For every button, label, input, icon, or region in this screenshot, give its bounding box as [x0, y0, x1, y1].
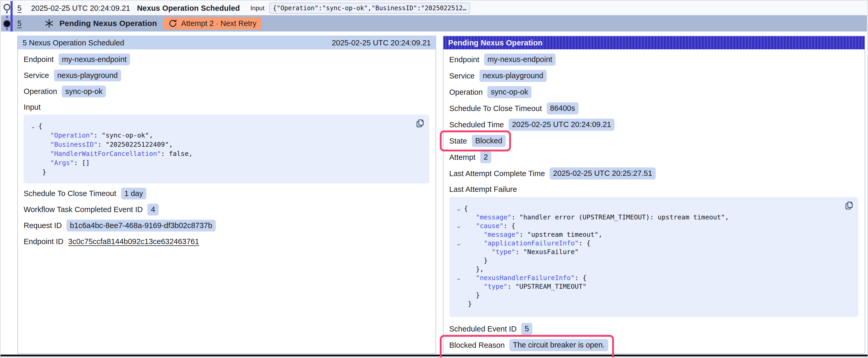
field-label: Endpoint ID	[24, 237, 64, 246]
code-line: ⌄ "cause": {	[454, 222, 851, 230]
history-row-nexus-operation-scheduled[interactable]: 5 2025-02-25 UTC 20:24:09.21 Nexus Opera…	[1, 1, 867, 15]
attempt-retry-badge: Attempt 2 · Next Retry	[164, 17, 261, 29]
timeline-accent-bar	[10, 1, 12, 32]
panel-timestamp: 2025-02-25 UTC 20:24:09.21	[332, 39, 431, 47]
field-blocked-reason-highlighted: Blocked Reason The circuit breaker is op…	[449, 337, 608, 353]
field-state-highlighted: State Blocked	[449, 133, 506, 149]
field-label: Last Attempt Complete Time	[449, 169, 545, 178]
field-last-attempt-complete-time: Last Attempt Complete Time 2025-02-25 UT…	[449, 165, 858, 182]
event-node-open-icon	[4, 4, 10, 10]
field-endpoint-id: Endpoint ID 3c0c75ccfa8144b092c13ce63246…	[24, 234, 429, 250]
event-node-filled-icon	[4, 21, 10, 27]
panel-header: 5 Nexus Operation Scheduled 2025-02-25 U…	[18, 36, 436, 50]
last-attempt-failure-label: Last Attempt Failure	[449, 182, 858, 197]
event-input-label: Input	[250, 4, 264, 12]
panel-nexus-operation-scheduled: 5 Nexus Operation Scheduled 2025-02-25 U…	[17, 36, 436, 354]
field-attempt: Attempt 2	[449, 149, 858, 165]
field-value-chip: my-nexus-endpoint	[484, 54, 556, 65]
window-bottom-border	[1, 355, 867, 356]
history-row-pending-nexus-operation[interactable]: 5 Pending Nexus Operation Attempt 2 · Ne…	[1, 15, 867, 32]
field-label: Blocked Reason	[449, 341, 505, 350]
code-line: "type": "UPSTREAM_TIMEOUT"	[454, 282, 851, 291]
code-line: "BusinessID": "20250225122409",	[28, 140, 423, 149]
chevron-down-icon[interactable]: ⌄	[456, 223, 461, 229]
code-line: "message": "handler error (UPSTREAM_TIME…	[454, 213, 851, 222]
code-line: }	[454, 256, 851, 265]
code-line: "Operation": "sync-op-ok",	[28, 131, 423, 140]
failure-json-viewer: ⌄{ "message": "handler error (UPSTREAM_T…	[449, 197, 858, 317]
panel-title: 5 Nexus Operation Scheduled	[23, 39, 124, 47]
field-label: Operation	[24, 87, 57, 96]
field-label: Workflow Task Completed Event ID	[24, 205, 143, 214]
field-label: Schedule To Close Timeout	[24, 189, 116, 198]
code-line: ⌄{	[28, 122, 423, 131]
panel-header-striped: Pending Nexus Operation	[443, 36, 865, 50]
endpoint-id-link[interactable]: 3c0c75ccfa8144b092c13ce632463761	[68, 237, 199, 246]
refresh-icon	[168, 19, 177, 28]
event-timeline-rail	[1, 1, 16, 32]
field-operation: Operation sync-op-ok	[24, 84, 429, 99]
field-label: Scheduled Time	[449, 121, 504, 129]
field-label: Schedule To Close Timeout	[449, 104, 542, 113]
field-label: Service	[449, 72, 475, 80]
blocked-reason-value-chip: The circuit breaker is open.	[509, 339, 608, 351]
field-value-chip: 4	[147, 204, 158, 216]
field-value-chip: b1c6a4bc-8ee7-468a-9169-df3b02c8737b	[66, 220, 216, 231]
field-scheduled-time: Scheduled Time 2025-02-25 UTC 20:24:09.2…	[449, 117, 858, 133]
chevron-down-icon[interactable]: ⌄	[456, 205, 461, 212]
field-label: Endpoint	[24, 55, 54, 64]
field-schedule-to-close-timeout: Schedule To Close Timeout 86400s	[449, 100, 858, 117]
event-id-link[interactable]: 5	[17, 19, 22, 28]
field-label: Request ID	[24, 221, 62, 230]
field-service: Service nexus-playground	[449, 68, 858, 84]
field-request-id: Request ID b1c6a4bc-8ee7-468a-9169-df3b0…	[24, 218, 429, 234]
field-value-chip: 2	[480, 151, 491, 163]
code-line: "message": "upstream timeout",	[454, 230, 851, 239]
state-value-chip: Blocked	[472, 135, 506, 147]
field-endpoint: Endpoint my-nexus-endpoint	[24, 52, 429, 67]
field-workflow-task-completed-event-id: Workflow Task Completed Event ID 4	[24, 202, 429, 218]
field-label: State	[449, 137, 467, 145]
field-value-chip: 2025-02-25 UTC 20:24:09.21	[508, 119, 615, 130]
chevron-down-icon[interactable]: ⌄	[456, 275, 461, 281]
field-label: Attempt	[449, 153, 475, 162]
code-line: ⌄ "nexusHandlerFailureInfo": {	[454, 273, 851, 282]
event-title: Nexus Operation Scheduled	[137, 4, 240, 12]
field-label: Endpoint	[449, 55, 479, 64]
event-id-link[interactable]: 5	[17, 4, 22, 12]
field-value-chip: 2025-02-25 UTC 20:25:27.51	[550, 167, 655, 179]
code-line: "HandlerWaitForCancellation": false,	[28, 149, 423, 158]
field-value-chip: 1 day	[121, 188, 147, 199]
panel-pending-nexus-operation: Pending Nexus Operation Endpoint my-nexu…	[443, 36, 865, 354]
field-value-chip: 5	[521, 323, 532, 335]
field-value-chip: nexus-playground	[479, 70, 547, 82]
asterisk-icon	[45, 19, 54, 28]
code-line: "Args": []	[28, 158, 423, 167]
code-line: ⌄ "applicationFailureInfo": {	[454, 239, 851, 248]
workflow-history-page: 5 2025-02-25 UTC 20:24:09.21 Nexus Opera…	[0, 0, 868, 358]
code-line: }	[454, 291, 851, 299]
chevron-down-icon[interactable]: ⌄	[456, 240, 461, 247]
event-time: 2025-02-25 UTC 20:24:09.21	[31, 4, 130, 12]
code-line: }	[454, 299, 851, 308]
copy-icon[interactable]	[415, 118, 425, 128]
field-value-chip: my-nexus-endpoint	[59, 54, 130, 65]
field-label: Operation	[449, 88, 483, 97]
field-operation: Operation sync-op-ok	[449, 84, 858, 100]
input-section-label: Input	[24, 99, 429, 115]
code-line: "type": "NexusFailure"	[454, 248, 851, 256]
timeline-dashed-connector	[6, 28, 8, 32]
panel-title: Pending Nexus Operation	[448, 39, 542, 47]
field-scheduled-event-id: Scheduled Event ID 5	[449, 321, 858, 337]
field-schedule-to-close-timeout: Schedule To Close Timeout 1 day	[24, 186, 429, 202]
field-value-chip: sync-op-ok	[62, 86, 106, 97]
code-line: },	[454, 265, 851, 273]
field-value-chip: sync-op-ok	[487, 86, 531, 98]
field-value-chip: 86400s	[547, 102, 579, 114]
event-title: Pending Nexus Operation	[59, 19, 157, 28]
field-service: Service nexus-playground	[24, 67, 429, 84]
copy-icon[interactable]	[844, 200, 854, 210]
attempt-retry-badge-label: Attempt 2 · Next Retry	[181, 19, 256, 28]
field-label: Scheduled Event ID	[449, 325, 517, 333]
chevron-down-icon[interactable]: ⌄	[30, 123, 36, 129]
